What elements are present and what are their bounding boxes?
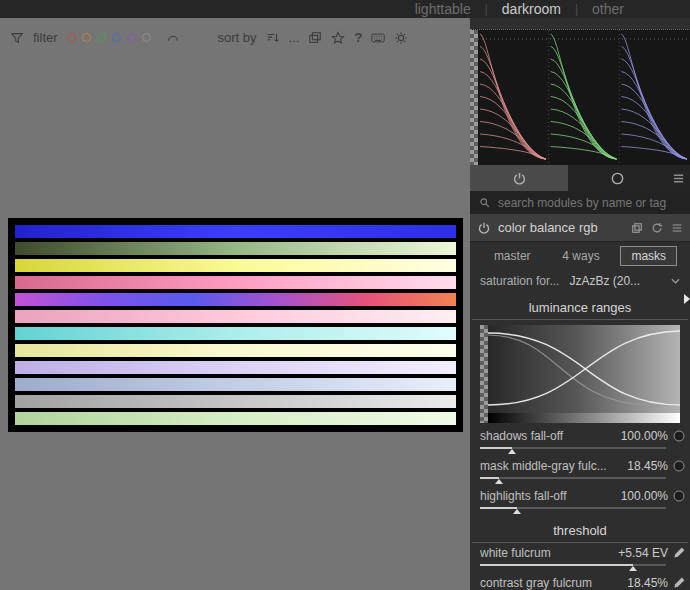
- threshold-sliders: white fulcrum+5.54 EVcontrast gray fulcr…: [470, 543, 690, 590]
- module-search-row: [470, 191, 690, 214]
- duplicates-icon[interactable]: [308, 31, 322, 45]
- view-tab-darkroom[interactable]: darkroom: [502, 0, 561, 18]
- slider-marker[interactable]: [495, 479, 503, 484]
- help-icon[interactable]: ?: [354, 30, 362, 45]
- slider-value[interactable]: 18.45%: [627, 576, 668, 590]
- gray-gradient-bar: [488, 413, 680, 423]
- presets-menu-icon[interactable]: [671, 222, 683, 234]
- slider-track[interactable]: [480, 447, 666, 449]
- color-label-circle-4[interactable]: [127, 33, 136, 42]
- reset-icon[interactable]: [651, 222, 663, 234]
- gradient-stripe-2: [15, 242, 456, 255]
- color-label-circle-1[interactable]: [82, 33, 91, 42]
- slider-fill: [480, 564, 633, 566]
- slider-value[interactable]: 18.45%: [627, 459, 668, 473]
- mask-display-circle-icon[interactable]: [672, 429, 686, 443]
- section-luminance-ranges: luminance ranges: [472, 295, 688, 320]
- graph-canvas: [488, 325, 680, 413]
- color-label-circle-0[interactable]: [67, 33, 76, 42]
- mask-display-circle-icon[interactable]: [672, 489, 686, 503]
- slider-contrast-gray-fulcrum[interactable]: contrast gray fulcrum18.45%: [470, 573, 690, 590]
- color-picker-icon[interactable]: [672, 546, 686, 560]
- scope-mode-button[interactable]: [568, 165, 666, 191]
- multi-instance-icon[interactable]: [631, 222, 643, 234]
- module-color-balance-rgb: color balance rgb master4 waysmasks satu…: [470, 214, 690, 590]
- slider-marker[interactable]: [513, 509, 521, 514]
- slider-track[interactable]: [480, 477, 666, 479]
- module-tab-masks[interactable]: masks: [620, 246, 677, 266]
- slider-mask-middle-gray-fulc[interactable]: mask middle-gray fulc...18.45%: [470, 456, 690, 486]
- filter-funnel-icon[interactable]: [10, 31, 24, 45]
- luminance-ranges-graph[interactable]: [480, 325, 680, 423]
- power-icon: [512, 171, 527, 186]
- color-picker-icon[interactable]: [672, 576, 686, 590]
- gradient-stripe-5: [15, 293, 456, 306]
- module-tabs: master4 waysmasks: [470, 242, 690, 269]
- module-tab-4-ways[interactable]: 4 ways: [551, 246, 610, 266]
- slider-marker[interactable]: [629, 566, 637, 571]
- preferences-gear-icon[interactable]: [394, 31, 408, 45]
- color-label-circle-5[interactable]: [142, 33, 151, 42]
- color-label-circle-3[interactable]: [112, 33, 121, 42]
- gradient-stripe-10: [15, 378, 456, 391]
- gradient-stripe-9: [15, 361, 456, 374]
- slider-track[interactable]: [480, 564, 666, 566]
- gradient-stripe-4: [15, 276, 456, 289]
- slider-value[interactable]: 100.00%: [621, 429, 668, 443]
- alpha-checker-strip: [480, 325, 488, 423]
- gradient-stripe-3: [15, 259, 456, 272]
- hamburger-icon: [672, 172, 685, 185]
- slider-track[interactable]: [480, 507, 666, 509]
- filter-label[interactable]: filter: [33, 30, 58, 45]
- slider-marker[interactable]: [508, 449, 516, 454]
- center-canvas: filter sort by ... ?: [0, 18, 470, 590]
- saturation-formula-row: saturation for... JzAzBz (20...: [470, 269, 690, 293]
- filter-sort-toolbar: filter sort by ... ?: [10, 30, 408, 45]
- circle-icon: [610, 171, 625, 186]
- scope-power-button[interactable]: [470, 165, 568, 191]
- slider-value[interactable]: +5.54 EV: [618, 546, 668, 560]
- more-options-label[interactable]: ...: [289, 30, 300, 45]
- gradient-stripe-8: [15, 344, 456, 357]
- alpha-checker-strip: [470, 30, 478, 165]
- slider-label: highlights fall-off: [480, 489, 621, 503]
- panel-collapse-grip[interactable]: [684, 294, 690, 304]
- range-rating-icon[interactable]: [166, 31, 180, 45]
- color-label-filters: [67, 33, 157, 42]
- color-label-circle-2[interactable]: [97, 33, 106, 42]
- chevron-down-icon[interactable]: [671, 278, 680, 284]
- view-tabs: lighttable|darkroom|other: [415, 0, 624, 18]
- module-tab-master[interactable]: master: [483, 246, 542, 266]
- saturation-formula-label: saturation for...: [480, 274, 559, 288]
- module-power-icon[interactable]: [477, 221, 491, 235]
- luminance-sliders: shadows fall-off100.00%mask middle-gray …: [470, 426, 690, 516]
- view-tab-lighttable[interactable]: lighttable: [415, 0, 471, 18]
- keyboard-shortcuts-icon[interactable]: [371, 31, 385, 45]
- star-icon[interactable]: [331, 31, 345, 45]
- view-switcher: lighttable|darkroom|other: [0, 0, 690, 18]
- scope-menu-icon[interactable]: [666, 165, 690, 191]
- view-tab-separator: |: [485, 2, 488, 16]
- module-title[interactable]: color balance rgb: [498, 220, 624, 235]
- slider-label: mask middle-gray fulc...: [480, 459, 627, 473]
- saturation-formula-value[interactable]: JzAzBz (20...: [569, 274, 640, 288]
- slider-shadows-fall-off[interactable]: shadows fall-off100.00%: [470, 426, 690, 456]
- slider-value[interactable]: 100.00%: [621, 489, 668, 503]
- image-preview[interactable]: [8, 218, 463, 432]
- scope-button-row: [470, 165, 690, 191]
- sort-order-icon[interactable]: [266, 31, 280, 45]
- gradient-stripe-12: [15, 412, 456, 425]
- slider-label: contrast gray fulcrum: [480, 576, 627, 590]
- sort-by-label[interactable]: sort by: [218, 30, 257, 45]
- slider-white-fulcrum[interactable]: white fulcrum+5.54 EV: [470, 543, 690, 573]
- module-search-input[interactable]: [496, 195, 681, 211]
- slider-highlights-fall-off[interactable]: highlights fall-off100.00%: [470, 486, 690, 516]
- waveform-curves: [478, 30, 690, 165]
- view-tab-other[interactable]: other: [592, 0, 624, 18]
- right-panel: color balance rgb master4 waysmasks satu…: [470, 18, 690, 590]
- gradient-stripe-11: [15, 395, 456, 408]
- module-header: color balance rgb: [470, 214, 690, 242]
- mask-display-circle-icon[interactable]: [672, 459, 686, 473]
- waveform-scope[interactable]: [470, 29, 690, 165]
- module-header-icons: [631, 222, 683, 234]
